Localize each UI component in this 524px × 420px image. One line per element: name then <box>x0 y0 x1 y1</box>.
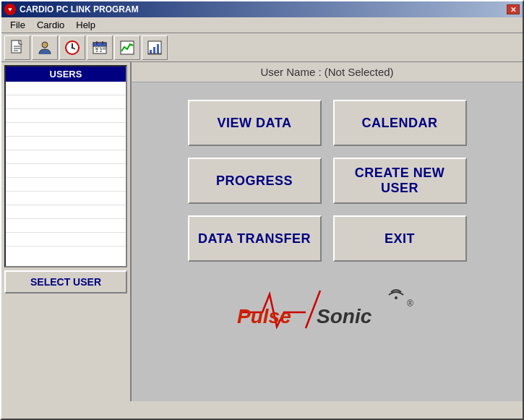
view-data-button[interactable]: VIEW DATA <box>188 100 322 146</box>
toolbar-user-btn[interactable] <box>32 35 58 60</box>
users-list <box>6 82 126 247</box>
toolbar: 1 2 M T W <box>1 33 523 62</box>
svg-rect-17 <box>150 50 152 53</box>
users-header: USERS <box>6 67 126 82</box>
user-list-item[interactable] <box>6 164 126 178</box>
menu-bar: File Cardio Help <box>1 17 523 33</box>
data-transfer-button[interactable]: DATA TRANSFER <box>188 215 322 262</box>
right-content: User Name : (Not Selected) VIEW DATA CAL… <box>132 62 523 401</box>
user-list-item[interactable] <box>6 82 126 95</box>
left-panel: USERS SELECT U <box>1 62 132 401</box>
select-user-button[interactable]: SELECT USER <box>4 270 127 293</box>
user-list-item[interactable] <box>6 233 126 247</box>
svg-rect-19 <box>157 44 159 53</box>
svg-text:Sonic: Sonic <box>317 305 372 327</box>
new-doc-icon <box>9 40 25 56</box>
create-new-user-button[interactable]: CREATE NEW USER <box>333 158 467 204</box>
progress-button[interactable]: PROGRESS <box>188 158 322 204</box>
user-list-item[interactable] <box>6 205 126 219</box>
calendar-button[interactable]: CALENDAR <box>333 100 467 146</box>
svg-point-23 <box>395 296 398 299</box>
user-name-display: User Name : (Not Selected) <box>132 62 523 82</box>
toolbar-chart-btn[interactable] <box>114 35 140 60</box>
content-area: USERS SELECT U <box>1 62 523 401</box>
app-icon: ♥ <box>4 4 16 15</box>
user-list-item[interactable] <box>6 219 126 233</box>
svg-rect-18 <box>153 47 155 53</box>
menu-help[interactable]: Help <box>70 18 101 32</box>
pulsesonic-logo: Pulse Sonic ® <box>233 283 421 334</box>
toolbar-clock-btn[interactable] <box>59 35 85 60</box>
title-bar-left: ♥ CARDIO PC LINK PROGRAM <box>4 4 139 15</box>
clock-icon <box>64 40 80 56</box>
svg-point-4 <box>42 42 48 48</box>
user-list-item[interactable] <box>6 137 126 150</box>
user-list-item[interactable] <box>6 109 126 123</box>
user-icon <box>37 40 53 56</box>
buttons-grid: VIEW DATA CALENDAR PROGRESS CREATE NEW U… <box>173 100 481 262</box>
svg-text:M T W: M T W <box>95 46 106 51</box>
chart-icon <box>119 40 135 56</box>
users-list-container[interactable]: USERS <box>4 65 127 267</box>
user-list-item[interactable] <box>6 192 126 205</box>
logo-area: Pulse Sonic ® <box>233 283 421 334</box>
window-title: CARDIO PC LINK PROGRAM <box>20 4 139 14</box>
user-name-label: User Name : <box>260 66 321 78</box>
toolbar-calendar-btn[interactable]: 1 2 M T W <box>87 35 113 60</box>
data-icon <box>147 40 163 56</box>
svg-text:®: ® <box>407 299 413 309</box>
svg-text:Pulse: Pulse <box>237 305 291 327</box>
user-list-item[interactable] <box>6 178 126 192</box>
user-list-item[interactable] <box>6 123 126 137</box>
menu-file[interactable]: File <box>4 18 31 32</box>
user-list-item[interactable] <box>6 95 126 109</box>
close-button[interactable]: ✕ <box>507 4 520 14</box>
menu-cardio[interactable]: Cardio <box>31 18 70 32</box>
toolbar-new-btn[interactable] <box>4 35 30 60</box>
user-list-item[interactable] <box>6 150 126 164</box>
exit-button[interactable]: EXIT <box>333 215 467 262</box>
svg-point-8 <box>72 46 74 48</box>
title-bar: ♥ CARDIO PC LINK PROGRAM ✕ <box>1 1 523 17</box>
calendar-icon: 1 2 M T W <box>92 40 108 56</box>
toolbar-data-btn[interactable] <box>142 35 168 60</box>
user-name-value: (Not Selected) <box>325 66 394 78</box>
app-window: ♥ CARDIO PC LINK PROGRAM ✕ File Cardio H… <box>0 0 524 420</box>
